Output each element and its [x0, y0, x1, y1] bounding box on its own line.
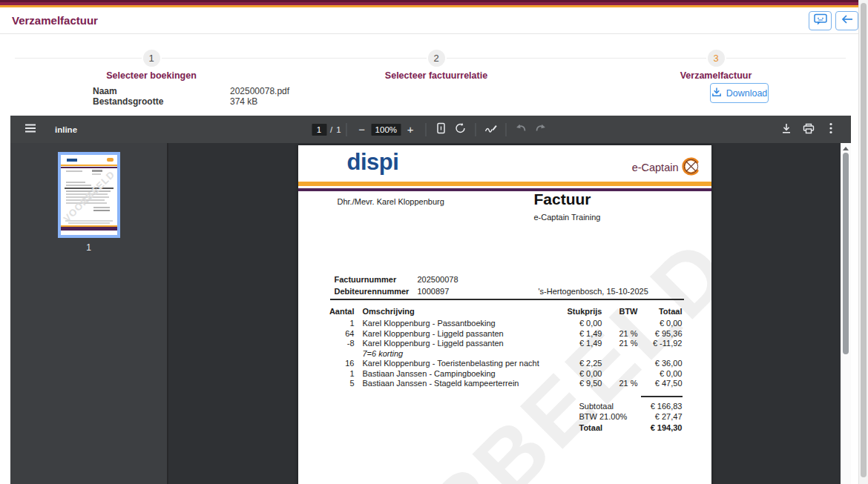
thumb-text	[92, 173, 101, 175]
browser-scrollbar[interactable]	[858, 0, 868, 484]
thumbnail-page-number: 1	[86, 242, 91, 253]
thumb-brand	[107, 158, 114, 162]
invoice-table: Aantal Omschrijving Stukprijs BTW Totaal…	[328, 306, 683, 433]
thumb-text	[93, 210, 110, 211]
invoice-brand: e-Captain	[632, 156, 701, 179]
step-selecteer-boekingen[interactable]: 1 Selecteer boekingen	[70, 48, 233, 81]
file-size-label: Bestandsgrootte	[93, 96, 163, 107]
pdf-viewer: inline 1 / 1 − 100% +	[10, 116, 851, 484]
line-item-note: 7=6 korting	[363, 349, 550, 359]
thumb-text	[66, 182, 85, 183]
invoice-total-row: BTW 21.00%€ 27,47	[328, 411, 683, 422]
printer-icon	[803, 123, 815, 136]
download-button[interactable]: Download	[710, 83, 769, 103]
header-actions	[809, 11, 858, 30]
invoice-meta: Factuurnummer 202500078 Debiteurennummer…	[298, 275, 711, 299]
vertical-dots-icon	[829, 122, 832, 136]
step-label: Selecteer factuurrelatie	[355, 70, 518, 81]
download-button-label: Download	[726, 88, 768, 99]
invoice-divider	[330, 299, 684, 300]
pdf-scrollbar[interactable]	[841, 143, 851, 484]
step-verzamelfactuur[interactable]: 3 Verzamelfactuur	[634, 48, 798, 81]
download-icon	[711, 87, 722, 99]
debtor-number-row: Debiteurennummer 1000897 's-Hertogenbosc…	[298, 287, 711, 299]
rotate-button[interactable]	[450, 120, 470, 139]
toolbar-separator	[346, 123, 347, 136]
invoice-table-header: Aantal Omschrijving Stukprijs BTW Totaal	[328, 306, 683, 317]
page-title: Verzamelfactuur	[12, 14, 98, 27]
app-root: Verzamelfactuur 1 Selecteer boekingen 2 …	[0, 0, 868, 484]
pdf-download-button[interactable]	[777, 120, 796, 139]
debtor-number-value: 1000897	[418, 287, 450, 296]
step-number[interactable]: 2	[427, 48, 447, 68]
print-button[interactable]	[799, 120, 818, 139]
file-name-value: 202500078.pdf	[230, 86, 289, 96]
minus-icon: −	[358, 124, 365, 135]
brand-label: e-Captain	[632, 162, 679, 173]
invoice-addressee: Dhr./Mevr. Karel Kloppenburg	[338, 197, 444, 206]
scroll-up-arrow-icon[interactable]	[843, 147, 849, 150]
step-number[interactable]: 1	[142, 48, 162, 68]
file-size-value: 374 kB	[230, 96, 257, 107]
zoom-in-button[interactable]: +	[401, 120, 420, 139]
more-options-button[interactable]	[821, 120, 841, 139]
browser-scrollbar-thumb[interactable]	[861, 3, 867, 477]
invoice-title: Factuur	[534, 190, 591, 208]
file-info: Naam 202500078.pdf Bestandsgrootte 374 k…	[0, 82, 868, 115]
thumb-bar	[61, 167, 117, 168]
zoom-level-value: 100%	[372, 124, 401, 136]
invoice-logo: dispi	[347, 149, 399, 176]
redo-button[interactable]	[530, 120, 550, 139]
toolbar-center: 1 / 1 − 100% +	[312, 120, 550, 139]
fit-page-icon	[435, 122, 446, 136]
thumb-text	[93, 207, 110, 208]
menu-button[interactable]	[21, 120, 40, 139]
download-icon	[781, 123, 792, 136]
ecaptain-logo-icon	[681, 156, 701, 179]
thumb-text	[66, 185, 91, 186]
invoice-line-item: 64Karel Kloppenburg - Liggeld passanten€…	[328, 329, 683, 339]
totals-rule	[641, 396, 683, 397]
invoice-number-row: Factuurnummer 202500078	[298, 275, 711, 287]
page-total: 1	[336, 125, 341, 134]
feedback-button[interactable]	[809, 11, 832, 30]
thumb-text	[65, 220, 113, 222]
thumb-logo	[67, 159, 77, 162]
page-thumbnail[interactable]: VOORBEELD	[58, 152, 120, 238]
invoice-line-items: 1Karel Kloppenburg - Passantboeking€ 0,0…	[328, 319, 683, 389]
feedback-icon	[814, 13, 827, 27]
toolbar-separator	[425, 123, 426, 136]
header-omschrijving: Omschrijving	[355, 306, 550, 317]
page-number-input[interactable]: 1	[312, 124, 326, 136]
pdf-scrollbar-thumb[interactable]	[843, 153, 849, 354]
invoice-subtitle: e-Captain Training	[534, 213, 601, 222]
thumb-footer	[61, 227, 117, 231]
pdf-page: VOORBEELD dispi e-Captain Dhr./Mevr. Kar…	[298, 145, 711, 484]
fit-page-button[interactable]	[431, 120, 450, 139]
invoice-number-value: 202500078	[418, 275, 458, 284]
undo-icon	[515, 124, 527, 136]
pdf-doc-title: inline	[55, 125, 77, 134]
undo-button[interactable]	[511, 120, 530, 139]
thumbnail-sidebar: VOORBEELD 1	[10, 143, 168, 484]
invoice-totals: Subtotaal€ 166,83BTW 21.00%€ 27,47Totaal…	[328, 401, 683, 434]
step-label: Verzamelfactuur	[634, 70, 798, 81]
invoice-total-row: Totaal€ 194,30	[328, 422, 683, 434]
annotate-button[interactable]	[481, 120, 500, 139]
page-header: Verzamelfactuur	[0, 7, 868, 34]
toolbar-separator	[475, 123, 476, 136]
toolbar-separator	[505, 123, 506, 136]
thumb-text	[92, 170, 102, 172]
header-stukprijs: Stukprijs	[550, 306, 602, 317]
place-date: 's-Hertogenbosch, 15-10-2025	[539, 287, 648, 296]
pdf-main-view: VOORBEELD dispi e-Captain Dhr./Mevr. Kar…	[168, 143, 851, 484]
rotate-icon	[454, 122, 466, 136]
page-divider: /	[330, 125, 332, 134]
back-button[interactable]	[835, 11, 858, 30]
invoice-line-item: 16Karel Kloppenburg - Toeristenbelasting…	[328, 359, 683, 369]
redo-icon	[534, 124, 546, 136]
step-selecteer-factuurrelatie[interactable]: 2 Selecteer factuurrelatie	[355, 48, 518, 81]
debtor-number-label: Debiteurennummer	[335, 287, 410, 296]
step-number[interactable]: 3	[706, 48, 726, 68]
zoom-out-button[interactable]: −	[352, 120, 372, 139]
